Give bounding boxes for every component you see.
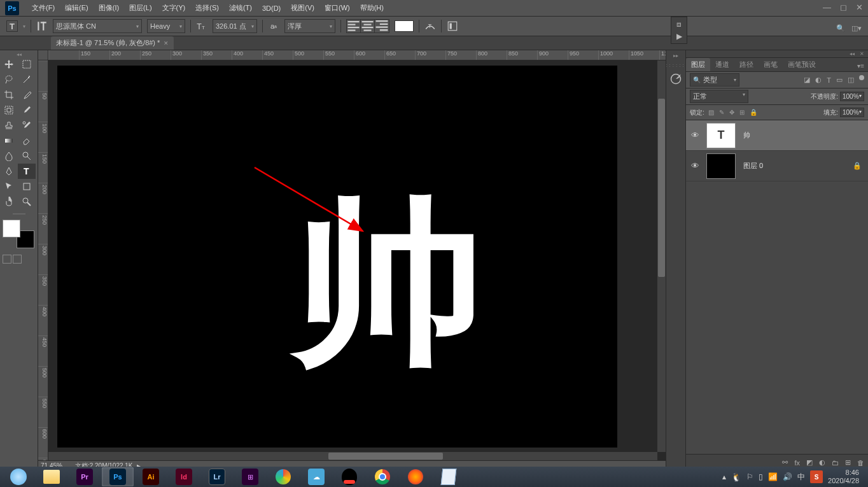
- tray-flag-icon[interactable]: ⚐: [746, 472, 753, 481]
- layer-visibility-icon[interactable]: 👁: [686, 161, 704, 171]
- menu-window[interactable]: 窗口(W): [321, 1, 354, 15]
- path-select-tool[interactable]: [0, 179, 18, 194]
- tool-preset-icon[interactable]: T: [6, 20, 18, 32]
- lock-all-icon[interactable]: 🔒: [750, 109, 757, 116]
- warp-text-icon[interactable]: T: [424, 20, 436, 32]
- adjustments-icon[interactable]: [668, 71, 683, 87]
- tab-channels[interactable]: 通道: [710, 58, 734, 71]
- type-tool[interactable]: T: [18, 164, 36, 179]
- quick-mask-icon[interactable]: [3, 255, 11, 264]
- lasso-tool[interactable]: [0, 72, 18, 87]
- magic-wand-tool[interactable]: [18, 72, 36, 87]
- taskbar-lightroom-icon[interactable]: Lr: [201, 467, 233, 486]
- maximize-button[interactable]: ◻: [840, 3, 847, 12]
- tab-brush-presets[interactable]: 画笔预设: [783, 58, 821, 71]
- move-tool[interactable]: [0, 57, 18, 72]
- layer-name[interactable]: 帅: [738, 131, 868, 140]
- tray-sogou-icon[interactable]: S: [810, 470, 823, 483]
- brush-tool[interactable]: [18, 102, 36, 118]
- new-group-icon[interactable]: 🗀: [832, 459, 839, 467]
- tray-network-icon[interactable]: 📶: [768, 472, 778, 481]
- play-icon[interactable]: ▶: [674, 31, 684, 41]
- font-weight-select[interactable]: Heavy▾: [147, 19, 185, 33]
- taskbar-media-encoder-icon[interactable]: ⊞: [234, 467, 266, 486]
- fill-value[interactable]: 100%▾: [840, 108, 864, 117]
- document-tab[interactable]: 未标题-1 @ 71.5% (帅, 灰色/8#) * ✕: [51, 36, 174, 50]
- tray-clock[interactable]: 8:46 2020/4/28: [828, 469, 859, 485]
- panel-menu-icon[interactable]: ▾≡: [853, 60, 868, 71]
- filter-toggle[interactable]: [859, 75, 864, 80]
- lock-artboard-icon[interactable]: ⊞: [739, 109, 745, 116]
- color-swatches[interactable]: [3, 220, 34, 248]
- tab-brushes[interactable]: 画笔: [759, 58, 783, 71]
- taskbar-illustrator-icon[interactable]: Ai: [135, 467, 167, 486]
- new-fill-icon[interactable]: ◐: [819, 458, 825, 467]
- horizontal-ruler[interactable]: 1502002503003504004505005506006507007508…: [48, 50, 666, 60]
- font-family-select[interactable]: 思源黑体 CN▾: [53, 19, 142, 33]
- layer-item[interactable]: 👁 图层 0 🔒: [686, 151, 868, 181]
- antialiasing-select[interactable]: 浑厚▾: [284, 19, 335, 33]
- taskbar-notepad-icon[interactable]: [433, 467, 465, 486]
- hand-tool[interactable]: [0, 194, 18, 209]
- gradient-tool[interactable]: [0, 133, 18, 148]
- link-layers-icon[interactable]: ⚯: [782, 458, 788, 467]
- menu-3d[interactable]: 3D(D): [258, 3, 284, 14]
- taskbar-premiere-icon[interactable]: Pr: [69, 467, 101, 486]
- stamp-tool[interactable]: [0, 118, 18, 133]
- opacity-value[interactable]: 100%▾: [840, 92, 864, 101]
- lock-pixels-icon[interactable]: ✎: [719, 109, 724, 116]
- menu-help[interactable]: 帮助(H): [356, 1, 388, 15]
- close-button[interactable]: ✕: [856, 3, 863, 12]
- workspace-switcher-icon[interactable]: ◫▾: [851, 24, 862, 32]
- delete-layer-icon[interactable]: 🗑: [857, 459, 864, 467]
- blur-tool[interactable]: [0, 148, 18, 164]
- taskbar-explorer-icon[interactable]: [36, 467, 67, 486]
- text-color-swatch[interactable]: [395, 20, 414, 32]
- zoom-tool[interactable]: [18, 194, 36, 209]
- filter-type-icon[interactable]: T: [827, 76, 831, 84]
- lock-transparency-icon[interactable]: ▨: [708, 109, 714, 116]
- crop-tool[interactable]: [0, 87, 18, 102]
- menu-file[interactable]: 文件(F): [28, 1, 59, 15]
- layer-visibility-icon[interactable]: 👁: [686, 131, 704, 140]
- search-icon[interactable]: 🔍: [836, 24, 845, 32]
- taskbar-photoshop-icon[interactable]: Ps: [102, 467, 134, 486]
- screen-mode-icon[interactable]: [13, 255, 22, 264]
- menu-edit[interactable]: 编辑(E): [61, 1, 92, 15]
- taskbar-app-1-icon[interactable]: [267, 467, 299, 486]
- taskbar-chrome-icon[interactable]: [367, 467, 398, 486]
- layer-thumbnail[interactable]: [706, 153, 736, 179]
- vertical-scrollbar[interactable]: [657, 60, 666, 452]
- menu-view[interactable]: 视图(V): [287, 1, 318, 15]
- history-brush-tool[interactable]: [18, 118, 36, 133]
- minimize-button[interactable]: —: [823, 3, 831, 12]
- align-left-button[interactable]: [347, 20, 361, 32]
- menu-type[interactable]: 文字(Y): [158, 1, 190, 15]
- vertical-ruler[interactable]: 5010015020025030035040045050055060065070…: [38, 60, 48, 460]
- tab-paths[interactable]: 路径: [734, 58, 759, 71]
- eraser-tool[interactable]: [18, 133, 36, 148]
- dodge-tool[interactable]: [18, 148, 36, 164]
- shape-tool[interactable]: [18, 179, 36, 194]
- lock-position-icon[interactable]: ✥: [729, 109, 734, 116]
- layer-name[interactable]: 图层 0: [738, 161, 853, 171]
- layer-fx-icon[interactable]: fx: [794, 459, 800, 467]
- eyedropper-tool[interactable]: [18, 87, 36, 102]
- frame-tool[interactable]: [0, 102, 18, 118]
- taskbar-qq-icon[interactable]: [333, 467, 365, 486]
- taskbar-browser-icon[interactable]: [3, 467, 34, 486]
- layer-filter-type[interactable]: 🔍类型▾: [690, 73, 739, 87]
- layer-item[interactable]: 👁 T 帅: [686, 120, 868, 151]
- canvas[interactable]: 帅: [57, 66, 617, 448]
- menu-select[interactable]: 选择(S): [192, 1, 223, 15]
- text-orientation-icon[interactable]: [36, 20, 48, 32]
- filter-adjustment-icon[interactable]: ◐: [815, 76, 822, 84]
- history-icon[interactable]: ⧈: [674, 19, 684, 29]
- tray-ime-icon[interactable]: 中: [797, 472, 805, 483]
- align-right-button[interactable]: [375, 20, 389, 32]
- tray-qq-icon[interactable]: 🐧: [731, 472, 741, 482]
- character-panel-icon[interactable]: [447, 20, 458, 32]
- foreground-color[interactable]: [3, 220, 20, 237]
- filter-shape-icon[interactable]: ▭: [836, 76, 843, 84]
- filter-smart-icon[interactable]: ◫: [848, 76, 854, 84]
